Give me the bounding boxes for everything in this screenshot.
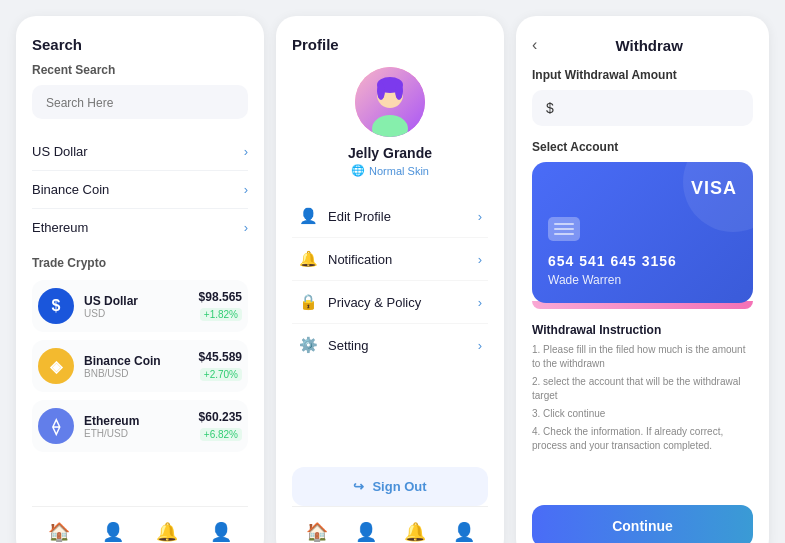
menu-text-setting: Setting — [328, 338, 468, 353]
trade-coin-name-usd: US Dollar — [84, 294, 189, 308]
profile-tag-icon: 🌐 — [351, 164, 365, 177]
nav-home-icon[interactable]: 🏠 — [40, 517, 78, 543]
profile-name: Jelly Grande — [348, 145, 432, 161]
profile-tag-text: Normal Skin — [369, 165, 429, 177]
menu-text-notification: Notification — [328, 252, 468, 267]
menu-item-notification[interactable]: 🔔 Notification › — [292, 238, 488, 281]
trade-info-eth: Ethereum ETH/USD — [84, 414, 189, 439]
trade-info-bnb: Binance Coin BNB/USD — [84, 354, 189, 379]
menu-item-setting[interactable]: ⚙️ Setting › — [292, 324, 488, 366]
trade-coin-sym-bnb: BNB/USD — [84, 368, 189, 379]
amount-input-wrap[interactable]: $ — [532, 90, 753, 126]
currency-item-bnb[interactable]: Binance Coin › — [32, 171, 248, 209]
setting-icon: ⚙️ — [298, 336, 318, 354]
chevron-right-icon: › — [244, 144, 248, 159]
profile-panel-title: Profile — [292, 36, 488, 53]
privacy-icon: 🔒 — [298, 293, 318, 311]
nav-user-icon[interactable]: 👤 — [94, 517, 132, 543]
signout-label: Sign Out — [372, 479, 426, 494]
instruction-list: 1. Please fill in the filed how much is … — [532, 343, 753, 457]
nav-profile-icon[interactable]: 👤 — [445, 517, 483, 543]
trade-price-bnb: $45.589 +2.70% — [199, 350, 242, 382]
trade-change-usd: +1.82% — [200, 308, 242, 321]
nav-bell-icon[interactable]: 🔔 — [396, 517, 434, 543]
notification-icon: 🔔 — [298, 250, 318, 268]
back-button[interactable]: ‹ — [532, 36, 537, 54]
amount-input[interactable] — [560, 101, 739, 116]
chevron-right-icon: › — [478, 338, 482, 353]
trade-item-usd[interactable]: $ US Dollar USD $98.565 +1.82% — [32, 280, 248, 332]
nav-user-icon[interactable]: 👤 — [347, 517, 385, 543]
chevron-right-icon: › — [478, 295, 482, 310]
chip-lines — [554, 223, 574, 235]
trade-coin-sym-eth: ETH/USD — [84, 428, 189, 439]
card-chip — [548, 217, 580, 241]
trade-item-eth[interactable]: ⟠ Ethereum ETH/USD $60.235 +6.82% — [32, 400, 248, 452]
trade-value-eth: $60.235 — [199, 410, 242, 424]
card-wrapper: VISA 654 541 645 3156 Wade Warren — [532, 162, 753, 309]
card-top: VISA — [548, 178, 737, 199]
middle-bottom-nav: 🏠 👤 🔔 👤 — [292, 506, 488, 543]
search-input[interactable] — [46, 96, 234, 110]
search-title: Search — [32, 36, 248, 53]
menu-item-edit-profile[interactable]: 👤 Edit Profile › — [292, 195, 488, 238]
visa-label: VISA — [691, 178, 737, 199]
card-holder: Wade Warren — [548, 273, 737, 287]
profile-header: Jelly Grande 🌐 Normal Skin — [292, 67, 488, 177]
trade-icon-usd: $ — [38, 288, 74, 324]
svg-point-5 — [395, 82, 403, 100]
trade-change-bnb: +2.70% — [200, 368, 242, 381]
currency-list: US Dollar › Binance Coin › Ethereum › — [32, 133, 248, 246]
profile-menu-list: 👤 Edit Profile › 🔔 Notification › 🔒 Priv… — [292, 195, 488, 459]
nav-profile-icon[interactable]: 👤 — [202, 517, 240, 543]
chip-line — [554, 233, 574, 235]
menu-text-edit-profile: Edit Profile — [328, 209, 468, 224]
instruction-item-3: 3. Click continue — [532, 407, 753, 421]
dollar-sign: $ — [546, 100, 554, 116]
currency-name-usd: US Dollar — [32, 144, 88, 159]
chevron-right-icon: › — [244, 220, 248, 235]
trade-list: $ US Dollar USD $98.565 +1.82% ◈ Binance… — [32, 280, 248, 452]
menu-item-privacy[interactable]: 🔒 Privacy & Policy › — [292, 281, 488, 324]
card-number: 654 541 645 3156 — [548, 253, 737, 269]
trade-price-usd: $98.565 +1.82% — [199, 290, 242, 322]
instruction-item-1: 1. Please fill in the filed how much is … — [532, 343, 753, 371]
chevron-right-icon: › — [244, 182, 248, 197]
continue-button[interactable]: Continue — [532, 505, 753, 543]
trade-icon-bnb: ◈ — [38, 348, 74, 384]
search-input-wrap[interactable] — [32, 85, 248, 119]
trade-value-bnb: $45.589 — [199, 350, 242, 364]
left-panel: Search Recent Search US Dollar › Binance… — [16, 16, 264, 543]
trade-coin-name-bnb: Binance Coin — [84, 354, 189, 368]
currency-item-usd[interactable]: US Dollar › — [32, 133, 248, 171]
menu-text-privacy: Privacy & Policy — [328, 295, 468, 310]
left-bottom-nav: 🏠 👤 🔔 👤 — [32, 506, 248, 543]
trade-item-bnb[interactable]: ◈ Binance Coin BNB/USD $45.589 +2.70% — [32, 340, 248, 392]
avatar — [355, 67, 425, 137]
recent-search-label: Recent Search — [32, 63, 248, 77]
currency-item-eth[interactable]: Ethereum › — [32, 209, 248, 246]
visa-card[interactable]: VISA 654 541 645 3156 Wade Warren — [532, 162, 753, 303]
nav-bell-icon[interactable]: 🔔 — [148, 517, 186, 543]
trade-coin-name-eth: Ethereum — [84, 414, 189, 428]
trade-coin-sym-usd: USD — [84, 308, 189, 319]
trade-price-eth: $60.235 +6.82% — [199, 410, 242, 442]
nav-home-icon[interactable]: 🏠 — [298, 517, 336, 543]
currency-name-bnb: Binance Coin — [32, 182, 109, 197]
profile-tag: 🌐 Normal Skin — [351, 164, 429, 177]
middle-panel: Profile — [276, 16, 504, 543]
signout-icon: ↪ — [353, 479, 364, 494]
signout-button[interactable]: ↪ Sign Out — [292, 467, 488, 506]
chip-line — [554, 223, 574, 225]
trade-change-eth: +6.82% — [200, 428, 242, 441]
withdraw-title: Withdraw — [545, 37, 753, 54]
instruction-item-4: 4. Check the information. If already cor… — [532, 425, 753, 453]
currency-name-eth: Ethereum — [32, 220, 88, 235]
svg-point-4 — [377, 82, 385, 100]
edit-profile-icon: 👤 — [298, 207, 318, 225]
amount-label: Input Withdrawal Amount — [532, 68, 753, 82]
chip-line — [554, 228, 574, 230]
chevron-right-icon: › — [478, 209, 482, 224]
withdraw-header: ‹ Withdraw — [532, 36, 753, 54]
trade-icon-eth: ⟠ — [38, 408, 74, 444]
